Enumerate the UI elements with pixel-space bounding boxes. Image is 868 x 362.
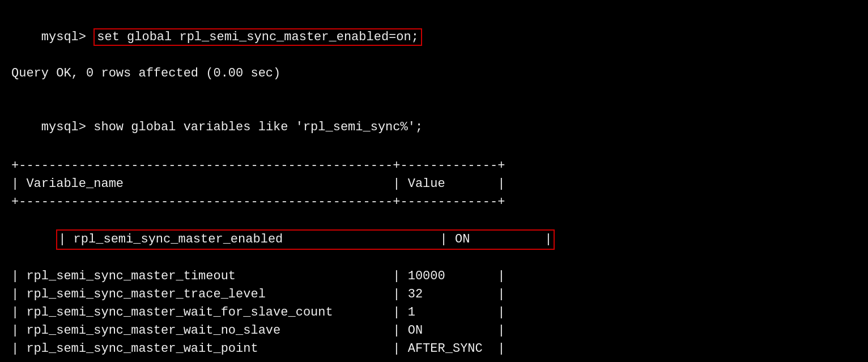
command-box-1: set global rpl_semi_sync_master_enabled=… [93,28,422,46]
table-row-1-highlighted: | rpl_semi_sync_master_enabled | ON | [11,211,857,268]
prompt-2: mysql> [41,120,93,134]
empty-line-1 [11,83,857,101]
query-ok-line: Query OK, 0 rows affected (0.00 sec) [11,65,857,83]
table-row-4: | rpl_semi_sync_master_wait_for_slave_co… [11,304,857,322]
table-row-2: | rpl_semi_sync_master_timeout | 10000 | [11,267,857,286]
prompt-1: mysql> [41,30,93,44]
table-row-3: | rpl_semi_sync_master_trace_level | 32 … [11,286,857,304]
table-border-mid: +---------------------------------------… [11,193,857,211]
table-border-bottom: +---------------------------------------… [11,358,857,362]
command-line-2: mysql> show global variables like 'rpl_s… [11,100,857,155]
results-table: +---------------------------------------… [11,157,857,362]
table-header: | Variable_name | Value | [11,175,857,193]
highlighted-row-1: | rpl_semi_sync_master_enabled | ON | [56,229,554,250]
terminal-window: mysql> set global rpl_semi_sync_master_e… [11,10,857,352]
table-border-top: +---------------------------------------… [11,157,857,175]
table-row-6: | rpl_semi_sync_master_wait_point | AFTE… [11,340,857,358]
command-text-2: show global variables like 'rpl_semi_syn… [93,120,423,134]
command-line-1: mysql> set global rpl_semi_sync_master_e… [11,10,857,65]
table-row-5: | rpl_semi_sync_master_wait_no_slave | O… [11,322,857,340]
